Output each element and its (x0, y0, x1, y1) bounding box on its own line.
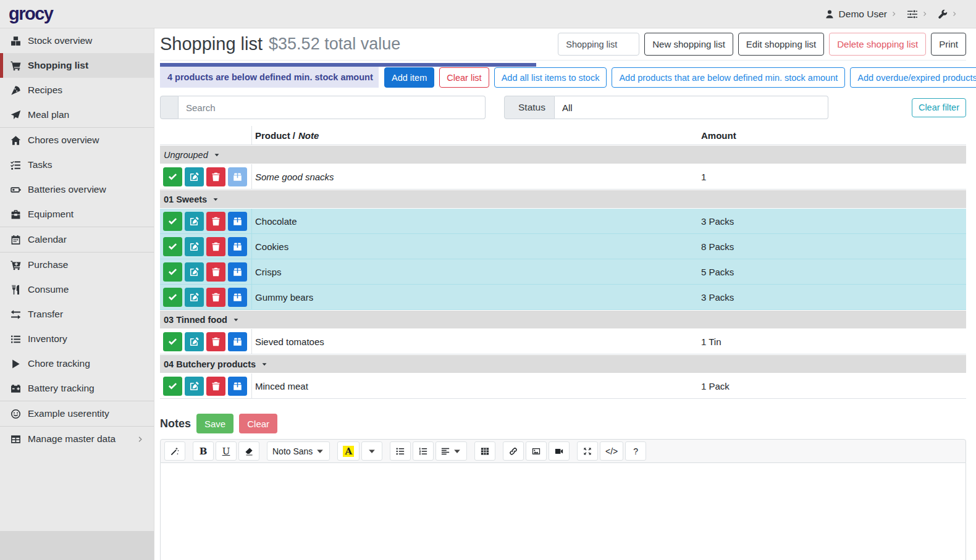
clear-filter-button[interactable]: Clear filter (912, 98, 966, 117)
product-group-row[interactable]: Ungrouped (160, 145, 966, 164)
mark-done-button[interactable] (163, 167, 182, 186)
edit-item-button[interactable] (185, 212, 204, 231)
bold-button[interactable]: B (193, 441, 214, 461)
editor-body[interactable] (160, 463, 966, 560)
settings-menu[interactable] (907, 9, 928, 20)
add-products-below-min-stock-button[interactable]: Add products that are below defined min.… (612, 67, 845, 88)
add-to-stock-button[interactable] (228, 212, 247, 231)
sidebar-item-manage-master-data[interactable]: Manage master data (0, 427, 154, 451)
mark-done-button[interactable] (163, 212, 182, 231)
sidebar-item-meal-plan[interactable]: Meal plan (0, 102, 154, 127)
clear-note-button[interactable]: Clear (239, 414, 277, 433)
product-column-header[interactable]: Product / Note (252, 126, 697, 144)
edit-shopping-list-button[interactable]: Edit shopping list (738, 33, 824, 56)
search-input[interactable] (179, 96, 486, 119)
chevron-right-icon (952, 11, 957, 17)
product-group-row[interactable]: 03 Tinned food (160, 310, 966, 329)
edit-item-button[interactable] (185, 237, 204, 256)
delete-item-button[interactable] (206, 212, 225, 231)
add-all-list-items-to-stock-button[interactable]: Add all list items to stock (494, 67, 607, 88)
print-button[interactable]: Print (931, 33, 966, 56)
user-menu[interactable]: Demo User (825, 9, 897, 20)
insert-link-button[interactable] (503, 441, 524, 461)
mark-done-button[interactable] (163, 262, 182, 282)
sidebar-item-chores-overview[interactable]: Chores overview (0, 128, 154, 153)
product-name: Cookies (255, 241, 288, 252)
code-view-button[interactable]: </> (600, 441, 623, 461)
add-to-stock-button[interactable] (228, 262, 247, 282)
sidebar-item-shopping-list[interactable]: Shopping list (0, 53, 154, 78)
unordered-list-button[interactable] (390, 441, 411, 461)
add-overdue-expired-button[interactable]: Add overdue/expired products (850, 67, 976, 88)
table-icon (9, 434, 22, 445)
edit-item-button[interactable] (185, 288, 204, 307)
add-item-button[interactable]: Add item (384, 67, 434, 88)
font-color-caret-button[interactable] (361, 441, 382, 461)
delete-item-button[interactable] (206, 237, 225, 256)
sidebar-item-equipment[interactable]: Equipment (0, 202, 154, 227)
page-header: Shopping list $35.52 total value Shoppin… (160, 28, 966, 61)
product-group-row[interactable]: 01 Sweets (160, 190, 966, 209)
add-to-stock-button[interactable] (228, 237, 247, 256)
help-button[interactable]: ? (625, 441, 646, 461)
add-to-stock-button[interactable] (228, 288, 247, 307)
edit-item-button[interactable] (185, 167, 204, 186)
amount-column-header[interactable]: Amount (697, 126, 966, 144)
underline-button[interactable]: U (216, 441, 237, 461)
sidebar-item-batteries-overview[interactable]: Batteries overview (0, 177, 154, 202)
sidebar-item-chore-tracking[interactable]: Chore tracking (0, 351, 154, 376)
add-to-stock-button[interactable] (228, 332, 247, 351)
add-to-stock-button[interactable] (228, 377, 247, 396)
delete-item-button[interactable] (206, 377, 225, 396)
sidebar-item-tasks[interactable]: Tasks (0, 153, 154, 177)
font-family-button[interactable]: Noto Sans (267, 441, 330, 461)
mark-done-button[interactable] (163, 288, 182, 307)
fullscreen-button[interactable] (577, 441, 598, 461)
sidebar-item-example-userentity[interactable]: Example userentity (0, 401, 154, 426)
product-name: Minced meat (255, 381, 308, 391)
sidebar-item-inventory[interactable]: Inventory (0, 327, 154, 351)
status-select[interactable]: All (555, 96, 828, 119)
amount-value: 1 Tin (701, 336, 721, 347)
edit-item-button[interactable] (185, 377, 204, 396)
sidebar-item-transfer[interactable]: Transfer (0, 302, 154, 327)
shopping-list-selector[interactable]: Shopping list (558, 33, 639, 56)
font-color-button[interactable]: A (337, 441, 360, 461)
delete-item-button[interactable] (206, 288, 225, 307)
insert-video-button[interactable] (549, 441, 570, 461)
amount-value: 1 Pack (701, 381, 730, 391)
admin-menu[interactable] (938, 9, 957, 19)
style-button[interactable] (164, 441, 185, 461)
delete-item-button[interactable] (206, 332, 225, 351)
delete-shopping-list-button[interactable]: Delete shopping list (829, 33, 926, 56)
delete-item-button[interactable] (206, 167, 225, 186)
mark-done-button[interactable] (163, 377, 182, 396)
edit-item-button[interactable] (185, 262, 204, 282)
product-group-row[interactable]: 04 Butchery products (160, 354, 966, 374)
sidebar-item-stock-overview[interactable]: Stock overview (0, 28, 154, 53)
clear-formatting-button[interactable] (238, 441, 259, 461)
insert-table-button[interactable] (474, 441, 495, 461)
code-view-label: </> (605, 446, 618, 456)
amount-cell: 3 Packs (697, 209, 966, 233)
list-ol-icon (419, 447, 427, 456)
sidebar-item-battery-tracking[interactable]: Battery tracking (0, 376, 154, 401)
sidebar-item-recipes[interactable]: Recipes (0, 78, 154, 102)
clear-list-button[interactable]: Clear list (439, 67, 489, 88)
add-to-stock-button[interactable] (228, 167, 247, 186)
sidebar-item-purchase[interactable]: Purchase (0, 253, 154, 277)
paragraph-align-button[interactable] (435, 441, 467, 461)
sidebar-item-calendar[interactable]: Calendar (0, 227, 154, 252)
save-note-button[interactable]: Save (196, 414, 233, 433)
mark-done-button[interactable] (163, 332, 182, 351)
edit-item-button[interactable] (185, 332, 204, 351)
sidebar-collapse-button[interactable] (0, 531, 154, 560)
mark-done-button[interactable] (163, 237, 182, 256)
insert-picture-button[interactable] (526, 441, 547, 461)
topbar: grocy Demo User (0, 0, 976, 28)
delete-item-button[interactable] (206, 262, 225, 282)
new-shopping-list-button[interactable]: New shopping list (644, 33, 733, 56)
sidebar-item-label: Chore tracking (28, 358, 90, 369)
ordered-list-button[interactable] (413, 441, 434, 461)
sidebar-item-consume[interactable]: Consume (0, 277, 154, 302)
